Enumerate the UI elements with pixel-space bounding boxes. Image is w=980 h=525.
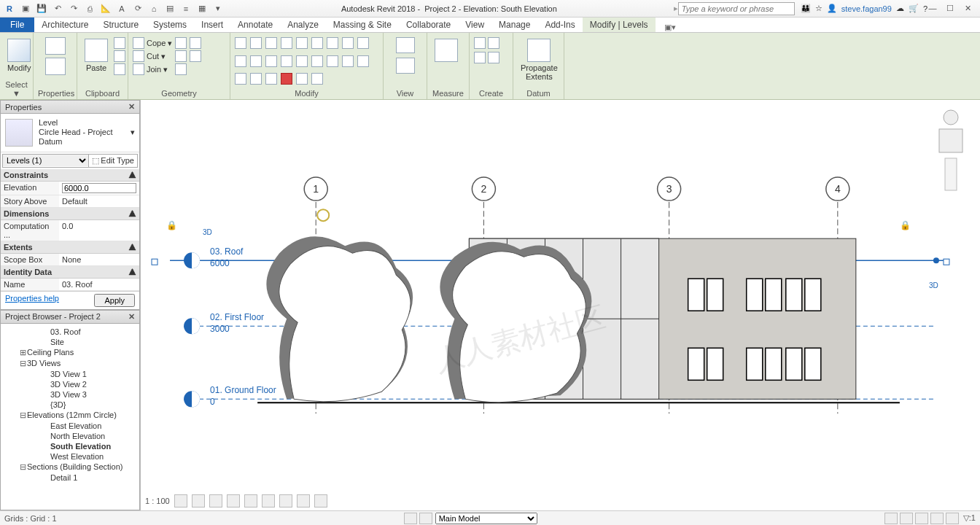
- mod-icon[interactable]: [342, 55, 354, 67]
- open-icon[interactable]: ▣: [19, 2, 32, 15]
- create-icon[interactable]: [474, 52, 486, 63]
- tab-collaborate[interactable]: Collaborate: [399, 18, 458, 32]
- infocenter-icon[interactable]: 👪: [801, 4, 811, 13]
- design-options-icon[interactable]: [419, 513, 432, 524]
- crop-icon[interactable]: [244, 494, 257, 508]
- mod-icon[interactable]: [265, 37, 277, 49]
- measure-button[interactable]: [432, 37, 461, 63]
- node-east[interactable]: East Elevation: [2, 421, 138, 431]
- geom-icon-5[interactable]: [190, 50, 201, 62]
- mod-icon[interactable]: [235, 73, 246, 85]
- select-pinned-icon[interactable]: [915, 513, 928, 524]
- mod-icon[interactable]: [235, 55, 246, 67]
- mod-icon[interactable]: [327, 55, 338, 67]
- join-button[interactable]: Join ▾: [133, 63, 172, 75]
- level-first-head[interactable]: [184, 318, 200, 334]
- navigation-bar[interactable]: [929, 107, 973, 195]
- crop-region-icon[interactable]: [262, 494, 275, 508]
- user-name[interactable]: steve.fagan99: [841, 4, 892, 13]
- mod-icon[interactable]: [311, 55, 323, 67]
- star-icon[interactable]: ☆: [815, 4, 822, 13]
- tab-analyze[interactable]: Analyze: [280, 18, 326, 32]
- node-3d[interactable]: {3D}: [2, 400, 138, 410]
- mod-icon[interactable]: [281, 37, 292, 49]
- exchange-icon[interactable]: ☁: [896, 4, 904, 13]
- temp-hide-icon[interactable]: [297, 494, 310, 508]
- worksets-icon[interactable]: [404, 513, 417, 524]
- checkbox-right[interactable]: [944, 259, 949, 265]
- signin-icon[interactable]: 👤: [827, 4, 837, 13]
- mod-icon[interactable]: [296, 37, 308, 49]
- tab-insert[interactable]: Insert: [194, 18, 230, 32]
- mod-icon[interactable]: [296, 55, 308, 67]
- node-ceiling[interactable]: ⊞Ceiling Plans: [2, 347, 138, 358]
- node-south[interactable]: South Elevation: [2, 441, 138, 451]
- mod-icon[interactable]: [357, 37, 369, 49]
- file-tab[interactable]: File: [0, 18, 34, 32]
- properties-help-link[interactable]: Properties help: [5, 294, 59, 307]
- close-hidden-icon[interactable]: ▦: [195, 2, 209, 15]
- sync-icon[interactable]: ⟳: [131, 2, 144, 15]
- view-icon-2[interactable]: [396, 58, 415, 74]
- mod-icon[interactable]: [250, 37, 262, 49]
- text-icon[interactable]: A: [115, 2, 128, 15]
- type-props-icon[interactable]: [45, 37, 66, 55]
- propagate-extents-button[interactable]: Propagate Extents: [518, 37, 561, 82]
- node-sections[interactable]: ⊟Sections (Building Section): [2, 462, 138, 472]
- edit-type-button[interactable]: ⬚Edit Type: [88, 155, 137, 167]
- cut-geom-button[interactable]: Cut ▾: [133, 50, 172, 62]
- name-value[interactable]: 03. Roof: [59, 279, 139, 290]
- apply-button[interactable]: Apply: [94, 294, 135, 307]
- node-elevations[interactable]: ⊟Elevations (12mm Circle): [2, 410, 138, 421]
- node-west[interactable]: West Elevation: [2, 451, 138, 462]
- geom-icon-3[interactable]: [175, 63, 187, 75]
- tab-systems[interactable]: Systems: [146, 18, 194, 32]
- node-north[interactable]: North Elevation: [2, 431, 138, 441]
- paste-button[interactable]: Paste: [82, 37, 111, 74]
- selection-filter[interactable]: Levels (1): [3, 155, 88, 166]
- drawing-canvas[interactable]: 03. Roof 6000 02. First Floor 3000 01. G…: [140, 100, 980, 510]
- mod-icon[interactable]: [281, 73, 292, 85]
- create-icon[interactable]: [474, 37, 486, 49]
- 3d-icon[interactable]: ⌂: [147, 2, 160, 15]
- level-roof-head[interactable]: [184, 252, 200, 268]
- node-site[interactable]: Site: [2, 337, 138, 347]
- tab-addins[interactable]: Add-Ins: [537, 18, 582, 32]
- padlock-left-icon[interactable]: 🔒: [166, 219, 177, 230]
- select-links-icon[interactable]: [884, 513, 898, 524]
- level-ground-name[interactable]: 01. Ground Floor: [210, 385, 276, 395]
- drag-icon[interactable]: [946, 513, 959, 524]
- story-value[interactable]: Default: [59, 195, 139, 207]
- mod-icon[interactable]: [265, 55, 277, 67]
- type-selector[interactable]: Level Circle Head - Project Datum: [39, 118, 125, 147]
- measure-icon[interactable]: 📐: [99, 2, 112, 15]
- mod-icon[interactable]: [281, 55, 292, 67]
- checkbox-left[interactable]: [152, 259, 158, 265]
- geom-icon-1[interactable]: [175, 37, 187, 49]
- cat-constraints[interactable]: Constraints⯅: [1, 169, 139, 182]
- node-3dview1[interactable]: 3D View 1: [2, 369, 138, 379]
- mod-icon[interactable]: [235, 37, 246, 49]
- search-input[interactable]: [678, 2, 795, 15]
- mod-icon[interactable]: [265, 73, 277, 85]
- cat-dimensions[interactable]: Dimensions⯅: [1, 208, 139, 220]
- modify-tool[interactable]: Modify: [4, 37, 34, 74]
- close-icon[interactable]: ✕: [962, 4, 973, 13]
- create-icon[interactable]: [488, 37, 499, 49]
- visual-style-icon[interactable]: [192, 494, 205, 508]
- reveal-icon[interactable]: [314, 494, 327, 508]
- tag3d-left[interactable]: 3D: [203, 228, 212, 236]
- mod-icon[interactable]: [311, 73, 323, 85]
- select-underlay-icon[interactable]: [900, 513, 913, 524]
- drag-dot[interactable]: [933, 257, 939, 263]
- create-icon[interactable]: [488, 52, 499, 63]
- node-3dview2[interactable]: 3D View 2: [2, 379, 138, 389]
- cat-extents[interactable]: Extents⯅: [1, 241, 139, 254]
- mod-icon[interactable]: [342, 37, 354, 49]
- level-roof-name[interactable]: 03. Roof: [210, 246, 244, 257]
- geom-icon-4[interactable]: [190, 37, 201, 49]
- scopebox-value[interactable]: None: [59, 254, 139, 265]
- cart-icon[interactable]: 🛒: [909, 4, 919, 13]
- node-3dview3[interactable]: 3D View 3: [2, 389, 138, 400]
- minimize-icon[interactable]: —: [928, 4, 938, 13]
